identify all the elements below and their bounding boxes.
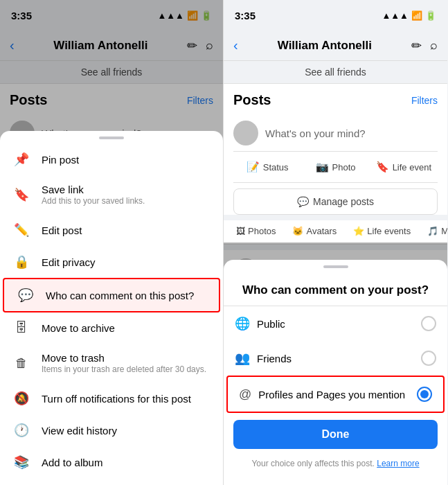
trash-icon: 🗑 — [11, 356, 32, 371]
radio-option-public[interactable]: 🌐 Public — [224, 306, 447, 341]
posts-section-right: Posts Filters What's on your mind? 📝 Sta… — [224, 84, 447, 215]
done-button[interactable]: Done — [233, 420, 438, 449]
sheet-item-comment[interactable]: 💬 Who can comment on this post? — [3, 278, 220, 312]
notification-icon: 🔕 — [11, 391, 32, 406]
radio-circle-public — [421, 316, 436, 331]
mention-icon: @ — [239, 387, 251, 402]
edit-post-icon: ✏️ — [11, 222, 32, 238]
manage-posts-right[interactable]: 💬 Manage posts — [233, 188, 438, 215]
tab-avatars[interactable]: 🐱 Avatars — [285, 220, 343, 244]
wifi-icon-right: 📶 — [411, 10, 422, 21]
sheet-item-edit-privacy[interactable]: 🔒 Edit privacy — [0, 246, 223, 278]
tab-life-events[interactable]: ⭐ Life events — [346, 220, 418, 244]
status-btn-right[interactable]: 📝 Status — [233, 156, 301, 178]
comment-modal-title: Who can comment on your post? — [224, 272, 447, 306]
photos-icon: 🖼 — [236, 226, 245, 236]
friends-icon: 👥 — [235, 351, 250, 366]
header-title-right: William Antonelli — [238, 39, 411, 53]
radio-option-mention[interactable]: @ Profiles and Pages you mention — [226, 376, 445, 413]
learn-more-link[interactable]: Learn more — [377, 459, 419, 468]
history-icon: 🕐 — [11, 423, 32, 438]
manage-posts-icon-right: 💬 — [297, 196, 309, 207]
avatar-right — [233, 121, 258, 146]
header-right: ‹ William Antonelli ✏ ⌕ — [224, 30, 447, 61]
search-icon-right[interactable]: ⌕ — [430, 38, 438, 53]
see-all-friends-right[interactable]: See all friends — [224, 61, 447, 84]
tab-music[interactable]: 🎵 M — [420, 220, 447, 244]
battery-icon-right: 🔋 — [425, 10, 436, 21]
sheet-item-pin[interactable]: 📌 Pin post — [0, 143, 223, 175]
pin-icon: 📌 — [11, 152, 32, 167]
left-panel: 3:35 ▲▲▲ 📶 🔋 ‹ William Antonelli ✏ ⌕ See… — [0, 0, 224, 485]
time-right: 3:35 — [235, 10, 256, 21]
album-icon: 📚 — [11, 455, 32, 470]
right-panel: 3:35 ▲▲▲ 📶 🔋 ‹ William Antonelli ✏ ⌕ See… — [224, 0, 447, 485]
sheet-handle-left — [99, 136, 124, 139]
lock-icon: 🔒 — [11, 254, 32, 270]
comment-modal-handle — [323, 265, 348, 268]
radio-circle-mention — [417, 387, 432, 402]
sheet-item-history[interactable]: 🕐 View edit history — [0, 414, 223, 446]
status-icons-right: ▲▲▲ 📶 🔋 — [382, 10, 436, 21]
bottom-sheet-left: 📌 Pin post 🔖 Save link Add this to your … — [0, 131, 223, 485]
archive-icon: 🗄 — [11, 321, 32, 335]
tab-photos[interactable]: 🖼 Photos — [229, 220, 283, 244]
edit-icon-right[interactable]: ✏ — [411, 38, 422, 53]
radio-circle-friends — [421, 351, 436, 366]
music-icon: 🎵 — [427, 226, 438, 236]
status-bar-right: 3:35 ▲▲▲ 📶 🔋 — [224, 0, 447, 30]
tab-bar-right: 🖼 Photos 🐱 Avatars ⭐ Life events 🎵 M — [224, 220, 447, 245]
signal-icon-right: ▲▲▲ — [382, 10, 409, 21]
life-events-icon: ⭐ — [353, 226, 364, 236]
sheet-item-edit-post[interactable]: ✏️ Edit post — [0, 214, 223, 246]
posts-header-right: Posts Filters — [233, 92, 438, 108]
back-button-right[interactable]: ‹ — [233, 37, 238, 53]
mind-text-right: What's on your mind? — [265, 127, 366, 139]
avatars-icon: 🐱 — [292, 226, 303, 236]
public-icon: 🌐 — [235, 316, 250, 331]
sheet-item-album[interactable]: 📚 Add to album — [0, 446, 223, 478]
filters-link-right[interactable]: Filters — [411, 95, 438, 106]
radio-option-friends[interactable]: 👥 Friends — [224, 341, 447, 376]
post-actions-right: 📝 Status 📷 Photo 🔖 Life event — [233, 152, 438, 183]
header-actions-right: ✏ ⌕ — [411, 38, 438, 53]
posts-title-right: Posts — [233, 92, 271, 108]
sheet-item-archive[interactable]: 🗄 Move to archive — [0, 312, 223, 344]
comment-modal: Who can comment on your post? 🌐 Public 👥… — [224, 260, 447, 485]
life-event-btn-right[interactable]: 🔖 Life event — [370, 156, 438, 178]
sheet-item-trash[interactable]: 🗑 Move to trash Items in your trash are … — [0, 344, 223, 382]
choice-note: Your choice only affects this post. Lear… — [224, 456, 447, 471]
sheet-item-notif[interactable]: 🔕 Turn off notifications for this post — [0, 382, 223, 414]
comment-icon: 💬 — [15, 288, 36, 303]
bookmark-icon: 🔖 — [11, 187, 32, 202]
photo-btn-right[interactable]: 📷 Photo — [301, 156, 369, 178]
sheet-item-save[interactable]: 🔖 Save link Add this to your saved links… — [0, 175, 223, 214]
whats-on-mind-right[interactable]: What's on your mind? — [233, 115, 438, 152]
